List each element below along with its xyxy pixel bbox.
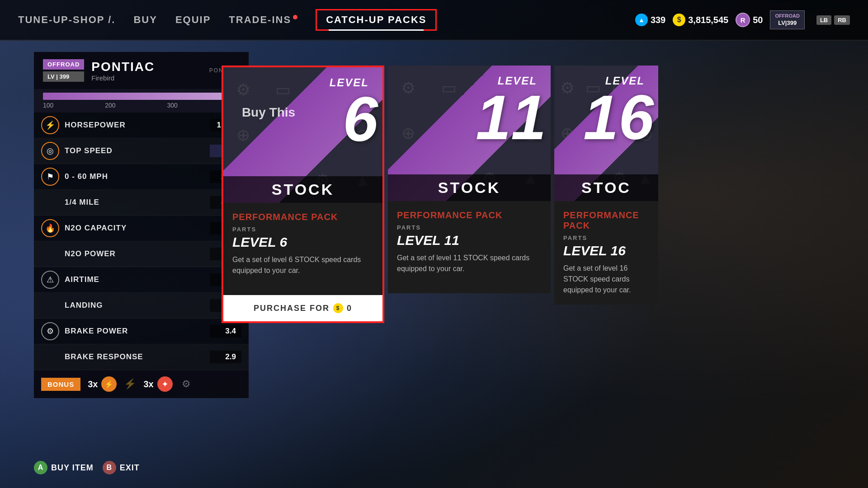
horsepower-icon: ⚡ xyxy=(41,116,59,134)
nav-tune-up-shop[interactable]: TUNE-UP-SHOP /. xyxy=(18,14,115,26)
airtime-icon: ⚠ xyxy=(41,271,59,289)
car-name: PONTIAC xyxy=(91,60,155,74)
stat-quarter-mile: 1/4 MILE 8.63 xyxy=(34,190,249,216)
bonus-item-2: 3x ✦ xyxy=(143,376,172,392)
stat-brake-response: BRAKE RESPONSE 2.9 xyxy=(34,344,249,370)
quarter-mile-icon xyxy=(41,193,59,211)
cash-icon: $ xyxy=(673,14,685,26)
progress-bar-fill xyxy=(43,93,230,100)
stat-horsepower: ⚡ HORSEPOWER 1,274 xyxy=(34,113,249,138)
stat-brake-power: ⚙ BRAKE POWER 3.4 xyxy=(34,319,249,344)
player-badge: OFFROAD LV|399 xyxy=(770,10,804,29)
pack-6-purchase-btn[interactable]: PURCHASE FOR $ 0 xyxy=(223,295,382,321)
pack-6-level-title: LEVEL 6 xyxy=(232,235,373,250)
stats-list: ⚡ HORSEPOWER 1,274 ◎ TOP SPEED 223 ⚑ 0 -… xyxy=(34,113,249,370)
lb-button[interactable]: LB xyxy=(816,15,831,25)
token-currency: ▲ 339 xyxy=(635,14,665,26)
pack-16-level-title: LEVEL 16 xyxy=(563,243,649,258)
pack-6-level-number: 6 xyxy=(343,88,378,151)
car-header: OFFROAD LV | 399 PONTIAC Firebird PONTIA… xyxy=(34,52,249,89)
bonus-icon-2: ✦ xyxy=(157,376,173,392)
airtime-label: AIRTIME xyxy=(65,275,204,284)
pack-16-level-number: 16 xyxy=(583,86,654,149)
pack-11-description: Get a set of level 11 STOCK speed cards … xyxy=(397,253,542,284)
pack-11-info: PERFORMANCE PACK PARTS LEVEL 11 Get a se… xyxy=(388,201,551,293)
pack-card-16[interactable]: ⚙▭◎▼ ⊕▲⚙◎ ▭⊕⚙▲ LEVEL 16 STOC PERFORMANCE… xyxy=(554,66,658,305)
category-badge: OFFROAD xyxy=(43,59,84,70)
n2o-capacity-icon: 🔥 xyxy=(41,219,59,237)
pack-16-info: PERFORMANCE PACK PARTS LEVEL 16 Get a se… xyxy=(554,201,658,305)
rb-button[interactable]: RB xyxy=(834,15,850,25)
pack-11-stock-label: STOCK xyxy=(388,174,551,201)
pack-11-visual: ⚙▭◎▼ ⊕▲⚙◎ ▭⊕⚙▲ LEVEL 11 STOCK xyxy=(388,66,551,201)
left-panel: OFFROAD LV | 399 PONTIAC Firebird PONTIA… xyxy=(34,52,249,398)
pack-6-buy-this: Buy This xyxy=(242,105,295,120)
car-model: Firebird xyxy=(91,74,155,82)
lb-rb-buttons: LB RB xyxy=(816,15,850,25)
pack-16-parts-label: PARTS xyxy=(563,235,649,241)
b-button[interactable]: B xyxy=(103,461,116,474)
quarter-mile-label: 1/4 MILE xyxy=(65,198,204,207)
n2o-power-label: N2O POWER xyxy=(65,249,204,258)
pack-11-parts-label: PARTS xyxy=(397,224,542,231)
brake-power-label: BRAKE POWER xyxy=(65,327,204,336)
stat-top-speed: ◎ TOP SPEED 223 xyxy=(34,138,249,164)
purchase-coin-icon: $ xyxy=(333,303,343,313)
active-indicator xyxy=(329,29,424,31)
n2o-power-icon xyxy=(41,245,59,263)
pack-6-buy-this-section: Buy This xyxy=(223,67,314,158)
landing-icon xyxy=(41,296,59,314)
exit-control: B EXIT xyxy=(103,461,140,474)
pack-card-11[interactable]: ⚙▭◎▼ ⊕▲⚙◎ ▭⊕⚙▲ LEVEL 11 STOCK PERFORMANC… xyxy=(388,66,551,293)
progress-labels: 100 200 300 399 xyxy=(43,102,240,109)
bonus-icon-1: ⚡ xyxy=(101,376,117,392)
pack-6-stock-label: STOCK xyxy=(223,176,382,203)
bonus-label: BONUS xyxy=(41,378,80,391)
nav-buy[interactable]: BUY xyxy=(133,14,157,26)
0-60-label: 0 - 60 MPH xyxy=(65,172,204,181)
level-badge: LV | 399 xyxy=(43,71,84,82)
pack-6-visual: ⚙▭◎▼ ⊕▲⚙◎ ▭⊕⚙▲ Buy This LEVEL 6 STOCK xyxy=(223,67,382,203)
pack-6-info: PERFORMANCE PACK PARTS LEVEL 6 Get a set… xyxy=(223,203,382,295)
horsepower-label: HORSEPOWER xyxy=(65,121,204,130)
a-button[interactable]: A xyxy=(34,461,47,474)
token-icon: ▲ xyxy=(635,14,648,26)
pack-6-parts-label: PARTS xyxy=(232,226,373,233)
progress-bar-container: 100 200 300 399 xyxy=(34,89,249,113)
pack-6-type: PERFORMANCE PACK xyxy=(232,212,373,222)
landing-label: LANDING xyxy=(65,301,204,310)
stat-landing: LANDING 4.4 xyxy=(34,293,249,319)
pack-16-type: PERFORMANCE PACK xyxy=(563,210,649,231)
pack-card-6[interactable]: ⚙▭◎▼ ⊕▲⚙◎ ▭⊕⚙▲ Buy This LEVEL 6 STOCK PE… xyxy=(222,66,384,323)
currency-bar: ▲ 339 $ 3,815,545 R 50 OFFROAD LV|399 LB… xyxy=(635,10,850,29)
stat-n2o-capacity: 🔥 N2O CAPACITY 10.0 xyxy=(34,216,249,241)
bonus-item-1: 3x ⚡ xyxy=(88,376,117,392)
stat-n2o-power: N2O POWER 10.0 xyxy=(34,241,249,267)
pack-16-stock-label: STOC xyxy=(554,174,658,201)
nav-equip[interactable]: EQUIP xyxy=(175,14,211,26)
buy-item-control: A BUY ITEM xyxy=(34,461,94,474)
brake-power-icon: ⚙ xyxy=(41,322,59,340)
top-speed-icon: ◎ xyxy=(41,142,59,160)
pack-16-description: Get a set of level 16 STOCK speed cards … xyxy=(563,263,649,296)
bottom-controls: A BUY ITEM B EXIT xyxy=(34,461,140,474)
brake-response-icon xyxy=(41,348,59,366)
cash-currency: $ 3,815,545 xyxy=(673,14,728,26)
pack-6-description: Get a set of level 6 STOCK speed cards e… xyxy=(232,254,373,286)
packs-area: ⚙▭◎▼ ⊕▲⚙◎ ▭⊕⚙▲ Buy This LEVEL 6 STOCK PE… xyxy=(222,52,868,488)
pack-11-type: PERFORMANCE PACK xyxy=(397,210,542,221)
bonus-bar: BONUS 3x ⚡ ⚡ 3x ✦ ⚙ xyxy=(34,370,249,398)
stat-airtime: ⚠ AIRTIME 3.9 xyxy=(34,267,249,293)
stat-0-60: ⚑ 0 - 60 MPH 2.13 xyxy=(34,164,249,190)
rep-currency: R 50 xyxy=(736,13,763,27)
top-speed-label: TOP SPEED xyxy=(65,146,204,155)
pack-16-visual: ⚙▭◎▼ ⊕▲⚙◎ ▭⊕⚙▲ LEVEL 16 STOC xyxy=(554,66,658,201)
0-60-icon: ⚑ xyxy=(41,168,59,186)
brake-response-label: BRAKE RESPONSE xyxy=(65,352,204,361)
nav-items: TUNE-UP-SHOP /. BUY EQUIP TRADE-INS CATC… xyxy=(18,9,635,31)
nav-trade-ins[interactable]: TRADE-INS xyxy=(229,14,297,26)
pack-11-level-number: 11 xyxy=(476,86,546,149)
progress-bar-track xyxy=(43,93,240,100)
n2o-capacity-label: N2O CAPACITY xyxy=(65,224,204,233)
nav-catch-up-packs[interactable]: CATCH-UP PACKS xyxy=(316,9,437,31)
